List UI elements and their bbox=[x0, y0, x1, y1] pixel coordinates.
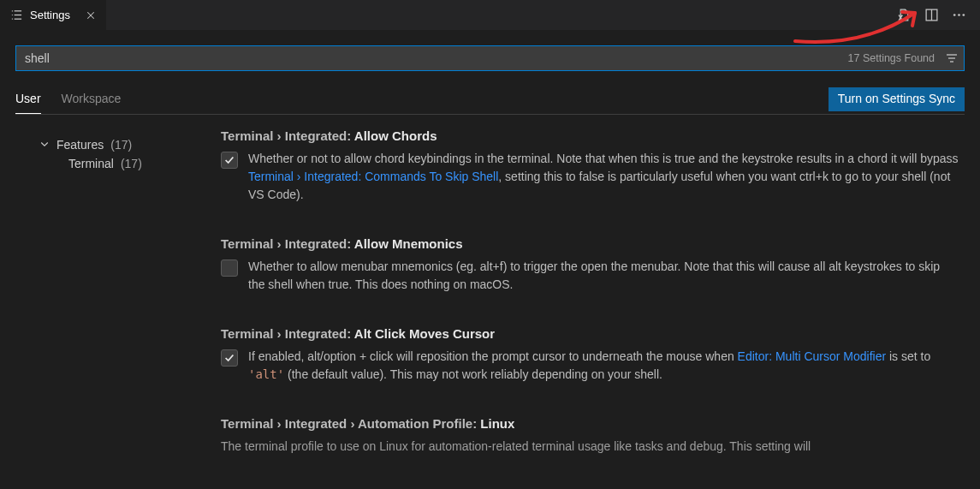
checkbox[interactable] bbox=[221, 152, 238, 169]
tab-user[interactable]: User bbox=[15, 85, 41, 114]
checkbox[interactable] bbox=[221, 259, 238, 277]
results-count: 17 Settings Found bbox=[848, 52, 940, 64]
tree-item-terminal[interactable]: Terminal (17) bbox=[15, 154, 221, 173]
setting-item: Terminal › Integrated: Allow Chords Whet… bbox=[221, 128, 959, 204]
setting-description: If enabled, alt/option + click will repo… bbox=[248, 348, 959, 384]
svg-point-10 bbox=[953, 14, 955, 16]
tree-label: Terminal bbox=[68, 157, 114, 170]
setting-description: The terminal profile to use on Linux for… bbox=[221, 438, 959, 456]
svg-point-12 bbox=[962, 14, 965, 16]
more-actions-icon[interactable] bbox=[949, 6, 968, 25]
chevron-down-icon bbox=[39, 138, 51, 152]
setting-description: Whether to allow menubar mnemonics (eg. … bbox=[248, 258, 959, 294]
settings-search-box[interactable]: 17 Settings Found bbox=[15, 45, 965, 71]
tree-label: Features bbox=[56, 138, 104, 152]
setting-item: Terminal › Integrated: Allow Mnemonics W… bbox=[221, 236, 959, 294]
tree-item-features[interactable]: Features (17) bbox=[15, 135, 221, 154]
tree-count: (17) bbox=[110, 138, 132, 152]
search-input[interactable] bbox=[16, 46, 848, 70]
setting-title: Terminal › Integrated: Allow Chords bbox=[221, 128, 959, 143]
settings-list-icon bbox=[10, 9, 23, 21]
checkbox[interactable] bbox=[221, 349, 238, 367]
tab-title: Settings bbox=[30, 9, 70, 21]
setting-description: Whether or not to allow chord keybinding… bbox=[248, 150, 959, 204]
open-json-icon[interactable] bbox=[894, 6, 913, 25]
setting-title: Terminal › Integrated: Alt Click Moves C… bbox=[221, 326, 959, 341]
setting-item: Terminal › Integrated › Automation Profi… bbox=[221, 416, 959, 456]
settings-sync-button[interactable]: Turn on Settings Sync bbox=[829, 87, 965, 111]
setting-title: Terminal › Integrated › Automation Profi… bbox=[221, 416, 959, 431]
tab-workspace[interactable]: Workspace bbox=[62, 85, 122, 114]
setting-link[interactable]: Terminal › Integrated: Commands To Skip … bbox=[248, 170, 498, 183]
split-editor-icon[interactable] bbox=[922, 6, 941, 25]
setting-link[interactable]: Editor: Multi Cursor Modifier bbox=[738, 349, 887, 363]
close-icon[interactable] bbox=[84, 9, 98, 22]
settings-tab[interactable]: Settings bbox=[0, 0, 106, 30]
setting-item: Terminal › Integrated: Alt Click Moves C… bbox=[221, 326, 959, 384]
tree-count: (17) bbox=[121, 157, 142, 170]
svg-point-11 bbox=[958, 14, 960, 16]
setting-title: Terminal › Integrated: Allow Mnemonics bbox=[221, 236, 959, 251]
filter-icon[interactable] bbox=[940, 51, 964, 65]
